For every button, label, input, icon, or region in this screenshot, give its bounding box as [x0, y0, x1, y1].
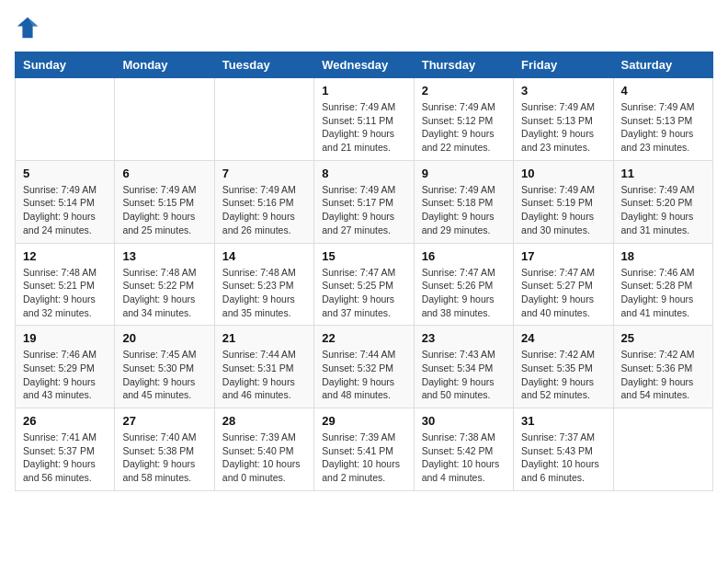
- day-number: 23: [422, 331, 506, 345]
- day-info: Sunrise: 7:42 AM Sunset: 5:36 PM Dayligh…: [621, 348, 705, 402]
- weekday-header-row: SundayMondayTuesdayWednesdayThursdayFrid…: [16, 52, 713, 78]
- day-info: Sunrise: 7:42 AM Sunset: 5:35 PM Dayligh…: [521, 348, 605, 402]
- day-info: Sunrise: 7:40 AM Sunset: 5:38 PM Dayligh…: [122, 431, 206, 485]
- logo: [15, 15, 44, 40]
- calendar-day-cell: 2Sunrise: 7:49 AM Sunset: 5:12 PM Daylig…: [414, 78, 513, 161]
- calendar-day-cell: 29Sunrise: 7:39 AM Sunset: 5:41 PM Dayli…: [314, 408, 414, 491]
- day-number: 21: [222, 331, 306, 345]
- day-number: 17: [521, 249, 605, 263]
- day-info: Sunrise: 7:47 AM Sunset: 5:25 PM Dayligh…: [322, 266, 405, 320]
- calendar-day-cell: 8Sunrise: 7:49 AM Sunset: 5:17 PM Daylig…: [314, 160, 414, 243]
- calendar-day-cell: 6Sunrise: 7:49 AM Sunset: 5:15 PM Daylig…: [115, 160, 214, 243]
- weekday-header-cell: Tuesday: [214, 52, 313, 78]
- day-number: 10: [521, 167, 605, 180]
- day-info: Sunrise: 7:37 AM Sunset: 5:43 PM Dayligh…: [521, 431, 605, 485]
- calendar-table: SundayMondayTuesdayWednesdayThursdayFrid…: [15, 52, 713, 491]
- calendar-week-row: 12Sunrise: 7:48 AM Sunset: 5:21 PM Dayli…: [16, 243, 713, 326]
- day-number: 27: [122, 414, 206, 428]
- calendar-day-cell: [115, 78, 214, 161]
- calendar-day-cell: [16, 78, 115, 161]
- day-number: 24: [521, 331, 605, 345]
- calendar-day-cell: 3Sunrise: 7:49 AM Sunset: 5:13 PM Daylig…: [514, 78, 613, 161]
- calendar-week-row: 19Sunrise: 7:46 AM Sunset: 5:29 PM Dayli…: [16, 326, 713, 408]
- page-header: [15, 15, 713, 40]
- calendar-week-row: 5Sunrise: 7:49 AM Sunset: 5:14 PM Daylig…: [16, 160, 713, 243]
- day-number: 13: [122, 249, 206, 263]
- weekday-header-cell: Friday: [514, 52, 613, 78]
- day-info: Sunrise: 7:45 AM Sunset: 5:30 PM Dayligh…: [122, 348, 206, 402]
- day-info: Sunrise: 7:43 AM Sunset: 5:34 PM Dayligh…: [422, 348, 506, 402]
- day-info: Sunrise: 7:49 AM Sunset: 5:15 PM Dayligh…: [122, 183, 206, 237]
- day-info: Sunrise: 7:46 AM Sunset: 5:28 PM Dayligh…: [621, 266, 705, 320]
- calendar-day-cell: 1Sunrise: 7:49 AM Sunset: 5:11 PM Daylig…: [314, 78, 414, 161]
- calendar-day-cell: 24Sunrise: 7:42 AM Sunset: 5:35 PM Dayli…: [514, 326, 613, 408]
- day-info: Sunrise: 7:39 AM Sunset: 5:40 PM Dayligh…: [222, 431, 306, 485]
- calendar-day-cell: 15Sunrise: 7:47 AM Sunset: 5:25 PM Dayli…: [314, 243, 414, 326]
- calendar-day-cell: 25Sunrise: 7:42 AM Sunset: 5:36 PM Dayli…: [613, 326, 712, 408]
- weekday-header-cell: Sunday: [16, 52, 115, 78]
- day-number: 3: [521, 84, 605, 98]
- weekday-header-cell: Saturday: [613, 52, 712, 78]
- day-info: Sunrise: 7:44 AM Sunset: 5:32 PM Dayligh…: [322, 348, 405, 402]
- day-number: 9: [422, 167, 506, 180]
- day-info: Sunrise: 7:48 AM Sunset: 5:22 PM Dayligh…: [122, 266, 206, 320]
- calendar-day-cell: 12Sunrise: 7:48 AM Sunset: 5:21 PM Dayli…: [16, 243, 115, 326]
- day-number: 19: [23, 331, 107, 345]
- day-number: 20: [122, 331, 206, 345]
- day-info: Sunrise: 7:47 AM Sunset: 5:27 PM Dayligh…: [521, 266, 605, 320]
- day-info: Sunrise: 7:49 AM Sunset: 5:20 PM Dayligh…: [621, 183, 705, 237]
- day-number: 30: [422, 414, 506, 428]
- day-number: 1: [322, 84, 405, 98]
- calendar-day-cell: 20Sunrise: 7:45 AM Sunset: 5:30 PM Dayli…: [115, 326, 214, 408]
- calendar-week-row: 26Sunrise: 7:41 AM Sunset: 5:37 PM Dayli…: [16, 408, 713, 491]
- day-number: 11: [621, 167, 705, 180]
- day-info: Sunrise: 7:38 AM Sunset: 5:42 PM Dayligh…: [422, 431, 506, 485]
- calendar-day-cell: 7Sunrise: 7:49 AM Sunset: 5:16 PM Daylig…: [214, 160, 313, 243]
- calendar-day-cell: 28Sunrise: 7:39 AM Sunset: 5:40 PM Dayli…: [214, 408, 313, 491]
- day-info: Sunrise: 7:49 AM Sunset: 5:11 PM Dayligh…: [322, 100, 405, 155]
- day-number: 6: [122, 167, 206, 180]
- day-info: Sunrise: 7:48 AM Sunset: 5:23 PM Dayligh…: [222, 266, 306, 320]
- day-info: Sunrise: 7:49 AM Sunset: 5:13 PM Dayligh…: [621, 100, 705, 155]
- calendar-day-cell: 31Sunrise: 7:37 AM Sunset: 5:43 PM Dayli…: [514, 408, 613, 491]
- day-number: 18: [621, 249, 705, 263]
- day-number: 31: [521, 414, 605, 428]
- calendar-day-cell: 18Sunrise: 7:46 AM Sunset: 5:28 PM Dayli…: [613, 243, 712, 326]
- day-info: Sunrise: 7:49 AM Sunset: 5:18 PM Dayligh…: [422, 183, 506, 237]
- calendar-day-cell: 23Sunrise: 7:43 AM Sunset: 5:34 PM Dayli…: [414, 326, 513, 408]
- day-number: 12: [23, 249, 107, 263]
- day-number: 16: [422, 249, 506, 263]
- calendar-day-cell: 19Sunrise: 7:46 AM Sunset: 5:29 PM Dayli…: [16, 326, 115, 408]
- calendar-day-cell: 16Sunrise: 7:47 AM Sunset: 5:26 PM Dayli…: [414, 243, 513, 326]
- calendar-day-cell: 13Sunrise: 7:48 AM Sunset: 5:22 PM Dayli…: [115, 243, 214, 326]
- day-number: 15: [322, 249, 405, 263]
- weekday-header-cell: Thursday: [414, 52, 513, 78]
- calendar-day-cell: 5Sunrise: 7:49 AM Sunset: 5:14 PM Daylig…: [16, 160, 115, 243]
- weekday-header-cell: Monday: [115, 52, 214, 78]
- day-number: 4: [621, 84, 705, 98]
- day-info: Sunrise: 7:49 AM Sunset: 5:12 PM Dayligh…: [422, 100, 506, 155]
- day-number: 22: [322, 331, 405, 345]
- calendar-day-cell: 26Sunrise: 7:41 AM Sunset: 5:37 PM Dayli…: [16, 408, 115, 491]
- weekday-header-cell: Wednesday: [314, 52, 414, 78]
- day-number: 5: [23, 167, 107, 180]
- calendar-day-cell: [613, 408, 712, 491]
- day-number: 29: [322, 414, 405, 428]
- calendar-day-cell: 22Sunrise: 7:44 AM Sunset: 5:32 PM Dayli…: [314, 326, 414, 408]
- day-number: 7: [222, 167, 306, 180]
- calendar-body: 1Sunrise: 7:49 AM Sunset: 5:11 PM Daylig…: [16, 78, 713, 491]
- day-info: Sunrise: 7:49 AM Sunset: 5:14 PM Dayligh…: [23, 183, 107, 237]
- day-info: Sunrise: 7:41 AM Sunset: 5:37 PM Dayligh…: [23, 431, 107, 485]
- day-number: 2: [422, 84, 506, 98]
- calendar-day-cell: 11Sunrise: 7:49 AM Sunset: 5:20 PM Dayli…: [613, 160, 712, 243]
- day-info: Sunrise: 7:47 AM Sunset: 5:26 PM Dayligh…: [422, 266, 506, 320]
- day-info: Sunrise: 7:49 AM Sunset: 5:17 PM Dayligh…: [322, 183, 405, 237]
- calendar-day-cell: 14Sunrise: 7:48 AM Sunset: 5:23 PM Dayli…: [214, 243, 313, 326]
- day-number: 8: [322, 167, 405, 180]
- calendar-day-cell: [214, 78, 313, 161]
- calendar-day-cell: 9Sunrise: 7:49 AM Sunset: 5:18 PM Daylig…: [414, 160, 513, 243]
- day-info: Sunrise: 7:48 AM Sunset: 5:21 PM Dayligh…: [23, 266, 107, 320]
- logo-icon: [15, 15, 40, 40]
- day-number: 14: [222, 249, 306, 263]
- day-info: Sunrise: 7:49 AM Sunset: 5:16 PM Dayligh…: [222, 183, 306, 237]
